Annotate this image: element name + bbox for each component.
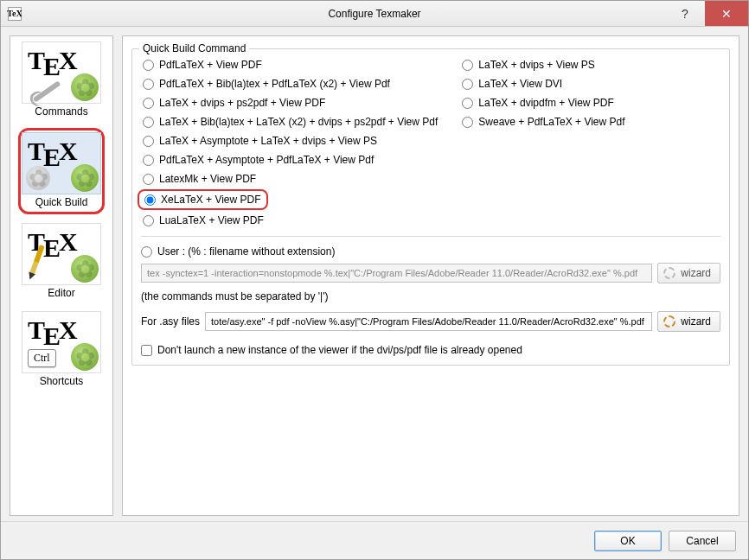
radio-label: LuaLaTeX + View PDF: [159, 214, 264, 226]
radio-input[interactable]: [141, 246, 152, 258]
dialog-window: TeX Configure Texmaker ? ✕ TEX Commands …: [0, 0, 749, 560]
gear-icon: [71, 164, 99, 192]
radio-input[interactable]: [143, 136, 154, 147]
radio-input[interactable]: [143, 79, 154, 90]
radio-input[interactable]: [143, 117, 154, 128]
radio-input[interactable]: [143, 174, 154, 185]
radio-option[interactable]: LaTeX + View DVI: [460, 77, 626, 91]
dont-launch-row[interactable]: Don't launch a new instance of the viewe…: [141, 344, 720, 356]
editor-icon: TEX: [22, 223, 101, 285]
asy-label: For .asy files: [141, 315, 200, 328]
user-label: User : (% : filename without extension): [157, 245, 335, 258]
radio-label: PdfLaTeX + View PDF: [159, 59, 262, 71]
sidebar-item-label: Editor: [48, 287, 74, 299]
radio-label: XeLaTeX + View PDF: [161, 194, 261, 206]
sidebar-item-commands[interactable]: TEX Commands: [18, 40, 105, 121]
dialog-footer: OK Cancel: [1, 521, 748, 559]
wizard-label: wizard: [681, 267, 711, 279]
ctrl-key-icon: Ctrl: [28, 349, 56, 367]
quickbuild-icon: TEX: [22, 132, 101, 194]
main-panel: Quick Build Command PdfLaTeX + View PDF …: [122, 35, 739, 516]
asy-wizard-button[interactable]: wizard: [657, 311, 720, 332]
radio-option[interactable]: LaTeX + dvips + ps2pdf + View PDF: [141, 96, 439, 110]
sidebar-item-shortcuts[interactable]: TEX Ctrl Shortcuts: [18, 309, 105, 391]
radio-option[interactable]: Sweave + PdfLaTeX + View Pdf: [460, 115, 626, 129]
radio-input[interactable]: [462, 98, 473, 109]
cancel-button[interactable]: Cancel: [669, 531, 736, 551]
radio-input[interactable]: [462, 117, 473, 128]
radio-option[interactable]: LaTeX + dvips + View PS: [460, 58, 626, 72]
radio-input[interactable]: [143, 98, 154, 109]
radio-option-selected[interactable]: XeLaTeX + View PDF: [138, 189, 268, 210]
shortcuts-icon: TEX Ctrl: [22, 311, 101, 373]
app-icon: TeX: [8, 7, 22, 21]
group-title: Quick Build Command: [139, 42, 249, 54]
radio-label: LaTeX + dvipdfm + View PDF: [478, 97, 614, 109]
sidebar-item-label: Quick Build: [35, 196, 88, 208]
wrench-icon: [33, 80, 61, 103]
radio-column-1: PdfLaTeX + View PDF PdfLaTeX + Bib(la)te…: [141, 58, 439, 227]
wizard-icon: [663, 267, 675, 279]
radio-option[interactable]: LaTeX + Asymptote + LaTeX + dvips + View…: [141, 134, 439, 148]
radio-label: Sweave + PdfLaTeX + View Pdf: [478, 116, 624, 128]
sidebar-item-quick-build[interactable]: TEX Quick Build: [18, 128, 105, 214]
radio-option[interactable]: PdfLaTeX + View PDF: [141, 58, 439, 72]
radio-input[interactable]: [462, 60, 473, 71]
asy-command-input[interactable]: [205, 312, 652, 331]
radio-option[interactable]: LaTeX + Bib(la)tex + LaTeX (x2) + dvips …: [141, 115, 439, 129]
radio-input[interactable]: [144, 194, 156, 206]
radio-label: LaTeX + dvips + View PS: [478, 59, 595, 71]
radio-label: PdfLaTeX + Bib(la)tex + PdfLaTeX (x2) + …: [159, 78, 390, 90]
radio-input[interactable]: [462, 79, 473, 90]
separator: [141, 236, 720, 237]
radio-option[interactable]: LuaLaTeX + View PDF: [141, 213, 439, 227]
radio-option[interactable]: PdfLaTeX + Bib(la)tex + PdfLaTeX (x2) + …: [141, 77, 439, 91]
sidebar: TEX Commands TEX Quick Build TEX: [10, 35, 113, 516]
radio-input[interactable]: [143, 215, 154, 226]
radio-label: PdfLaTeX + Asymptote + PdfLaTeX + View P…: [159, 154, 374, 166]
wizard-icon: [663, 315, 675, 328]
user-wizard-button[interactable]: wizard: [657, 263, 720, 283]
user-command-radio-row[interactable]: User : (% : filename without extension): [141, 245, 720, 258]
window-title: Configure Texmaker: [1, 8, 748, 20]
radio-option[interactable]: PdfLaTeX + Asymptote + PdfLaTeX + View P…: [141, 153, 439, 167]
radio-label: LatexMk + View PDF: [159, 173, 256, 185]
radio-input[interactable]: [143, 60, 154, 71]
radio-label: LaTeX + Bib(la)tex + LaTeX (x2) + dvips …: [159, 116, 438, 128]
radio-option[interactable]: LatexMk + View PDF: [141, 172, 439, 186]
ok-button[interactable]: OK: [594, 531, 662, 551]
user-command-input[interactable]: [141, 264, 652, 283]
gear-grey-icon: [26, 166, 50, 190]
wizard-label: wizard: [681, 315, 711, 328]
sidebar-item-editor[interactable]: TEX Editor: [18, 221, 105, 302]
commands-icon: TEX: [22, 41, 101, 104]
radio-column-2: LaTeX + dvips + View PS LaTeX + View DVI…: [460, 58, 626, 227]
gear-icon: [71, 343, 99, 371]
radio-label: LaTeX + View DVI: [478, 78, 562, 90]
radio-label: LaTeX + dvips + ps2pdf + View PDF: [159, 97, 325, 109]
radio-label: LaTeX + Asymptote + LaTeX + dvips + View…: [159, 135, 377, 147]
help-button[interactable]: ?: [665, 1, 705, 26]
sidebar-item-label: Commands: [35, 105, 87, 118]
separator-hint: (the commands must be separated by '|'): [141, 290, 720, 302]
dont-launch-label: Don't launch a new instance of the viewe…: [157, 344, 522, 356]
gear-icon: [71, 73, 99, 101]
gear-icon: [71, 255, 99, 283]
sidebar-item-label: Shortcuts: [40, 375, 84, 387]
dont-launch-checkbox[interactable]: [141, 345, 152, 356]
radio-option[interactable]: LaTeX + dvipdfm + View PDF: [460, 96, 626, 110]
window-buttons: ? ✕: [665, 1, 748, 26]
close-button[interactable]: ✕: [705, 1, 748, 26]
radio-input[interactable]: [143, 155, 154, 166]
quick-build-group: Quick Build Command PdfLaTeX + View PDF …: [131, 48, 730, 366]
titlebar: TeX Configure Texmaker ? ✕: [1, 1, 748, 27]
